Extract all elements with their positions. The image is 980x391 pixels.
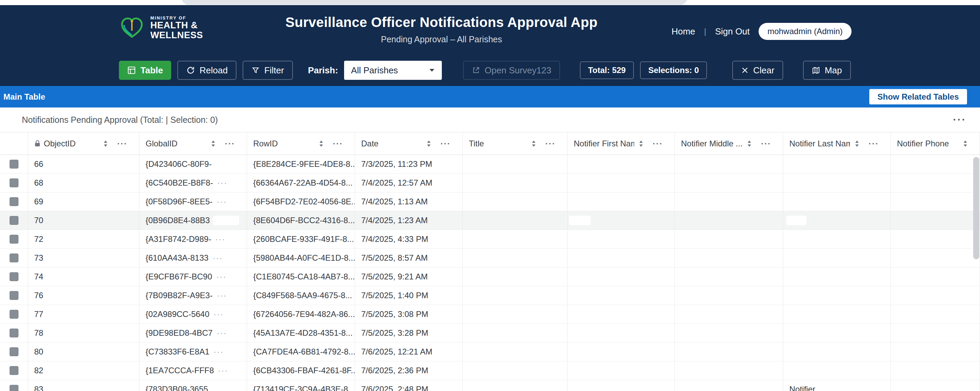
table-row-68[interactable]: 68{6C540B2E-B8F8-···{66364A67-22AB-4D54-… xyxy=(0,174,980,192)
cell-notifier_middle xyxy=(675,342,783,361)
sign-out-link[interactable]: Sign Out xyxy=(715,26,750,37)
row-checkbox-cell xyxy=(0,230,28,249)
column-header-notifier_phone[interactable]: Notifier Phone xyxy=(891,132,980,155)
cell-global_id: {7B09B82F-A9E3-··· xyxy=(139,286,247,305)
column-header-global_id[interactable]: GlobalID··· xyxy=(139,132,247,155)
table-row-76[interactable]: 76{7B09B82F-A9E3-···{C849F568-5AA9-4675-… xyxy=(0,286,980,305)
home-link[interactable]: Home xyxy=(671,26,695,37)
row-checkbox[interactable] xyxy=(10,253,19,262)
cell-title xyxy=(463,380,568,391)
truncation-dots: ··· xyxy=(217,178,227,188)
row-checkbox[interactable] xyxy=(10,235,19,244)
map-button[interactable]: Map xyxy=(803,61,851,80)
open-survey123-button[interactable]: Open Survey123 xyxy=(463,61,560,80)
row-checkbox[interactable] xyxy=(10,310,19,319)
cell-date: 7/5/2025, 8:57 AM xyxy=(355,249,463,267)
row-checkbox[interactable] xyxy=(10,385,19,391)
table-row-74[interactable]: 74{E9CFB67F-BC90···{C1E80745-CA18-4AB7-8… xyxy=(0,268,980,286)
table-row-73[interactable]: 73{610AA43A-8133···{5980AB44-A0FC-4E1D-8… xyxy=(0,249,980,268)
truncation-dots: ··· xyxy=(218,366,228,375)
cell-text: {E8E284CE-9FEE-4DE8-8... xyxy=(253,159,355,169)
cell-notifier_middle xyxy=(675,230,783,249)
sort-icon[interactable] xyxy=(210,139,216,148)
vertical-scrollbar[interactable] xyxy=(973,155,979,391)
column-header-notifier_middle[interactable]: Notifier Middle ...··· xyxy=(675,132,783,155)
map-icon xyxy=(812,66,820,74)
row-checkbox[interactable] xyxy=(10,291,19,300)
cell-row_id: {C1E80745-CA18-4AB7-8... xyxy=(247,268,355,286)
column-menu-icon[interactable]: ··· xyxy=(869,139,879,149)
sort-icon[interactable] xyxy=(531,139,536,148)
row-checkbox[interactable] xyxy=(10,347,19,356)
cell-date: 7/3/2025, 11:23 PM xyxy=(355,155,463,173)
column-menu-icon[interactable]: ··· xyxy=(441,139,451,149)
table-row-83[interactable]: 83{783D3B08-3655{713419CE-3C9A-4B3E-8...… xyxy=(0,380,980,391)
table-row-69[interactable]: 69{0F58D96F-8EE5-···{6F54BFD2-7E02-4056-… xyxy=(0,192,980,211)
reload-button[interactable]: Reload xyxy=(177,61,237,80)
table-options-menu-icon[interactable]: ··· xyxy=(953,114,966,125)
logo-ministry-of: MINISTRY OF xyxy=(150,15,203,21)
column-menu-icon[interactable]: ··· xyxy=(546,139,555,149)
cell-object_id: 74 xyxy=(28,268,139,286)
scrollbar-thumb[interactable] xyxy=(973,157,979,259)
table-row-82[interactable]: 82{1EA7CCCA-FFF8···{6CB43306-FBAF-4261-8… xyxy=(0,361,980,380)
table-row-66[interactable]: 66{D423406C-80F9-{E8E284CE-9FEE-4DE8-8..… xyxy=(0,155,980,174)
sort-icon[interactable] xyxy=(103,139,108,148)
column-menu-icon[interactable]: ··· xyxy=(225,139,235,149)
cell-text: 77 xyxy=(34,309,43,319)
sort-icon[interactable] xyxy=(318,139,324,148)
row-checkbox[interactable] xyxy=(10,216,19,225)
cell-global_id: {D423406C-80F9- xyxy=(139,155,247,173)
row-checkbox[interactable] xyxy=(10,329,19,337)
column-header-row_id[interactable]: RowID··· xyxy=(247,132,355,155)
row-checkbox[interactable] xyxy=(10,179,19,187)
cell-text: {6CB43306-FBAF-4261-8F... xyxy=(253,366,355,375)
clear-button[interactable]: Clear xyxy=(732,61,783,80)
sort-icon[interactable] xyxy=(426,139,431,148)
cell-title xyxy=(463,361,568,380)
column-header-notifier_first[interactable]: Notifier First Name··· xyxy=(568,132,675,155)
column-header-object_id[interactable]: ObjectID··· xyxy=(28,132,139,155)
column-menu-icon[interactable]: ··· xyxy=(117,139,127,149)
filter-button[interactable]: Filter xyxy=(243,61,293,80)
table-row-72[interactable]: 72{A31F8742-D989-···{260BCAFE-933F-491F-… xyxy=(0,230,980,249)
cell-text: {6C540B2E-B8F8- xyxy=(146,178,213,188)
table-row-77[interactable]: 77{02A989CC-5640···{67264056-7E94-482A-8… xyxy=(0,305,980,324)
column-menu-icon[interactable]: ··· xyxy=(761,139,771,149)
column-menu-icon[interactable]: ··· xyxy=(653,139,663,149)
cell-date: 7/4/2025, 12:57 AM xyxy=(355,174,463,192)
sort-icon[interactable] xyxy=(638,139,644,148)
browser-address-bar[interactable] xyxy=(181,0,687,5)
row-checkbox[interactable] xyxy=(10,366,19,375)
cell-text: 80 xyxy=(34,347,43,356)
column-header-title[interactable]: Title··· xyxy=(463,132,568,155)
cell-notifier_last xyxy=(783,324,891,342)
cell-row_id: {6F54BFD2-7E02-4056-8E... xyxy=(247,192,355,211)
row-checkbox[interactable] xyxy=(10,160,19,169)
sort-icon[interactable] xyxy=(747,139,752,148)
column-header-notifier_last[interactable]: Notifier Last Name··· xyxy=(783,132,891,155)
cell-text: 7/6/2025, 2:48 PM xyxy=(361,385,428,391)
parish-select[interactable]: All Parishes xyxy=(344,61,442,80)
table-body: 66{D423406C-80F9-{E8E284CE-9FEE-4DE8-8..… xyxy=(0,155,980,391)
table-row-78[interactable]: 78{9DE98ED8-4BC7···{45A13A7E-4D28-4351-8… xyxy=(0,324,980,342)
sort-icon[interactable] xyxy=(963,139,968,148)
table-row-80[interactable]: 80{C73833F6-E8A1···{CA7FDE4A-6B81-4792-8… xyxy=(0,342,980,361)
row-checkbox-cell xyxy=(0,380,28,391)
column-menu-icon[interactable]: ··· xyxy=(333,139,343,149)
row-checkbox[interactable] xyxy=(10,272,19,281)
cell-global_id: {6C540B2E-B8F8-··· xyxy=(139,174,247,192)
cell-notifier_phone xyxy=(891,380,980,391)
row-checkbox-cell xyxy=(0,249,28,267)
cell-notifier_phone xyxy=(891,286,980,305)
cell-title xyxy=(463,192,568,211)
table-row-70[interactable]: 70{0B96D8E4-88B3···{8E604D6F-BCC2-4316-8… xyxy=(0,211,980,230)
show-related-tables-button[interactable]: Show Related Tables xyxy=(869,89,967,104)
user-badge[interactable]: mohwadmin (Admin) xyxy=(759,23,851,40)
cell-notifier_last xyxy=(783,249,891,267)
cell-notifier_last xyxy=(783,268,891,286)
row-checkbox[interactable] xyxy=(10,197,19,206)
table-view-button[interactable]: Table xyxy=(119,61,171,80)
column-header-date[interactable]: Date··· xyxy=(355,132,463,155)
sort-icon[interactable] xyxy=(854,139,860,148)
